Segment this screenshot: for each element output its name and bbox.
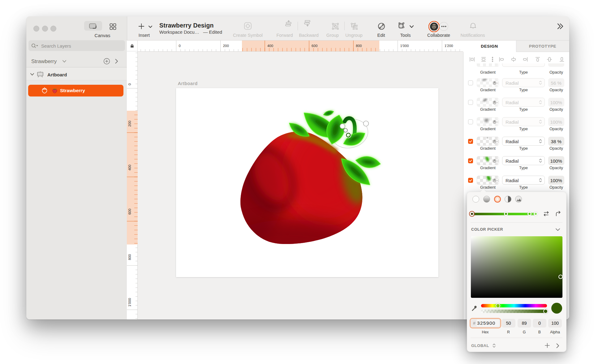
svg-text:400: 400 [128,165,131,170]
svg-text:1'000: 1'000 [400,44,409,48]
svg-text:200: 200 [128,121,131,126]
svg-text:400: 400 [267,44,273,48]
svg-text:0: 0 [179,44,181,48]
svg-text:600: 600 [312,44,317,48]
svg-text:200: 200 [223,44,229,48]
svg-text:0: 0 [128,83,131,85]
svg-text:800: 800 [128,254,131,260]
svg-text:600: 600 [128,209,131,215]
svg-text:800: 800 [356,44,362,48]
svg-text:1'000: 1'000 [128,298,131,307]
svg-text:1'200: 1'200 [445,44,453,48]
